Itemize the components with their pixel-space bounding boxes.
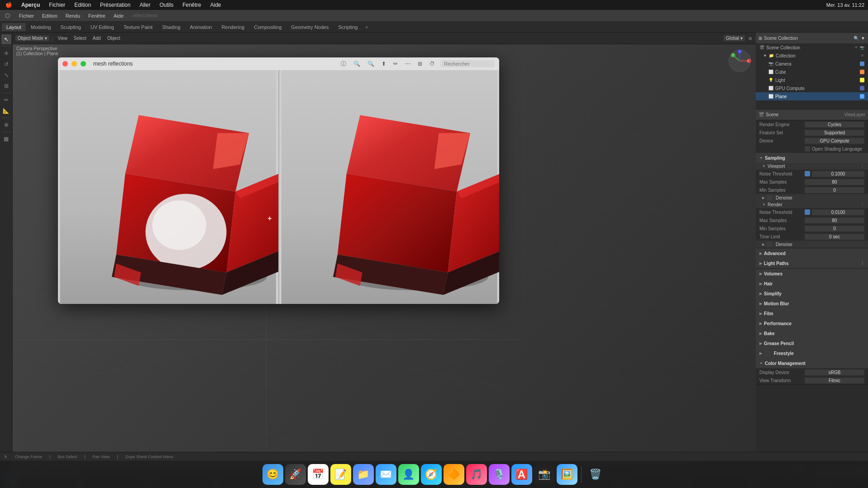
light-paths-header[interactable]: ▶ Light Paths ⋮ <box>756 258 868 268</box>
add-workspace-button[interactable]: + <box>362 24 371 31</box>
music-icon[interactable]: 🎵 <box>466 464 487 485</box>
notes-icon[interactable]: 📝 <box>330 464 351 485</box>
tab-compositing[interactable]: Compositing <box>249 23 286 31</box>
open-shading-checkbox[interactable] <box>805 146 810 152</box>
launchpad-icon[interactable]: 🚀 <box>285 464 306 485</box>
bake-section-header[interactable]: ▶ Bake <box>756 328 868 338</box>
tab-layout[interactable]: Layout <box>2 23 26 31</box>
podcasts-icon[interactable]: 🎙️ <box>489 464 510 485</box>
tool-measure[interactable]: 📐 <box>1 106 11 116</box>
noise-threshold2-value[interactable]: 0.0100 <box>812 209 864 215</box>
menu-outils[interactable]: Outils <box>157 2 175 8</box>
freestyle-section-header[interactable]: ▶ Freestyle <box>756 348 868 358</box>
denoise1-checkbox[interactable] <box>767 195 772 200</box>
tab-animation[interactable]: Animation <box>186 23 217 31</box>
render-engine-value[interactable]: Cycles <box>805 122 864 128</box>
menu-fichier-blender[interactable]: Fichier <box>15 12 38 19</box>
viewport-object-menu[interactable]: Object <box>105 35 122 41</box>
calendar-icon[interactable]: 📅 <box>308 464 329 485</box>
menu-aller[interactable]: Aller <box>138 2 152 8</box>
denoise2-subsection-header[interactable]: ▶ Denoise <box>756 241 868 248</box>
outliner-row-camera[interactable]: 📷 Camera <box>756 60 868 68</box>
denoise2-checkbox[interactable] <box>767 242 772 247</box>
maximize-button[interactable] <box>81 61 86 66</box>
menu-edition-blender[interactable]: Edition <box>38 12 61 19</box>
files-icon[interactable]: 📁 <box>353 464 374 485</box>
grease-pencil-section-header[interactable]: ▶ Grease Pencil <box>756 338 868 348</box>
viewport-view-menu[interactable]: View <box>56 35 70 41</box>
share-icon[interactable]: ⬆ <box>380 60 388 67</box>
noise-threshold2-checkbox[interactable] <box>805 209 810 215</box>
tab-rendering[interactable]: Rendering <box>217 23 249 31</box>
eye-icon[interactable]: 👁 <box>854 46 858 50</box>
sampling-section-header[interactable]: ▼ Sampling <box>756 153 868 163</box>
more-icon[interactable]: ⋯ <box>403 60 412 67</box>
motion-blur-section-header[interactable]: ▶ Motion Blur <box>756 298 868 308</box>
viewport-subsection-header[interactable]: ▼ Viewport ⋮ <box>756 163 868 170</box>
tool-select[interactable]: ↖ <box>1 34 11 44</box>
display-device-value[interactable]: sRGB <box>805 370 864 375</box>
advanced-section-header[interactable]: ▶ Advanced <box>756 248 868 258</box>
trash-icon[interactable]: 🗑️ <box>585 464 606 485</box>
viewer-search-input[interactable] <box>440 60 495 67</box>
safari-icon[interactable]: 🧭 <box>421 464 442 485</box>
tool-add[interactable]: ⊕ <box>1 120 11 130</box>
film-section-header[interactable]: ▶ Film <box>756 308 868 318</box>
tool-rotate[interactable]: ↺ <box>1 59 11 69</box>
outliner-search-icon[interactable]: 🔍 <box>854 36 859 41</box>
finder-icon[interactable]: 😊 <box>262 464 283 485</box>
noise-threshold1-value[interactable]: 0.1000 <box>812 171 864 177</box>
tab-sculpting[interactable]: Sculpting <box>56 23 86 31</box>
viewport-mode-dropdown[interactable]: Object Mode ▾ <box>15 35 49 41</box>
menu-aide-blender[interactable]: Aide <box>110 12 127 19</box>
outliner-row-cube[interactable]: ⬜ Cube <box>756 68 868 76</box>
time-limit-value[interactable]: 0 sec <box>805 234 864 240</box>
tab-texture-paint[interactable]: Texture Paint <box>119 23 157 31</box>
tool-move[interactable]: ✛ <box>1 48 11 58</box>
menu-aide[interactable]: Aide <box>209 2 223 8</box>
collection-eye-icon[interactable]: 👁 <box>861 54 864 58</box>
tool-scale[interactable]: ⤡ <box>1 70 11 80</box>
viewport-nav-gizmo[interactable]: X Y Z <box>726 47 753 74</box>
color-management-section-header[interactable]: ▼ Color Management <box>756 358 868 368</box>
menu-fichier[interactable]: Fichier <box>47 2 67 8</box>
view-transform-value[interactable]: Filmic <box>805 378 864 384</box>
zoom-out-icon[interactable]: 🔍 <box>352 60 362 67</box>
freestyle-checkbox[interactable] <box>765 351 770 356</box>
minimize-button[interactable] <box>72 61 77 66</box>
menu-edition[interactable]: Edition <box>72 2 93 8</box>
tool-transform[interactable]: ⊞ <box>1 81 11 91</box>
render-subsection-header[interactable]: ▼ Render ⋮ <box>756 201 868 208</box>
hair-section-header[interactable]: ▶ Hair <box>756 279 868 289</box>
outliner-filter-icon[interactable]: ▼ <box>861 36 865 41</box>
max-samples1-value[interactable]: 80 <box>805 179 864 185</box>
viewport-add-menu[interactable]: Add <box>91 35 103 41</box>
menu-rendu-blender[interactable]: Rendu <box>62 12 84 19</box>
viewport-area[interactable]: Object Mode ▾ | View Select Add Object G… <box>13 33 756 466</box>
markup-icon[interactable]: ✏ <box>391 60 400 67</box>
performance-section-header[interactable]: ▶ Performance <box>756 318 868 328</box>
tab-modeling[interactable]: Modeling <box>26 23 56 31</box>
outliner-row-light[interactable]: 💡 Light <box>756 76 868 84</box>
close-button[interactable] <box>62 61 68 66</box>
tab-scripting[interactable]: Scripting <box>334 23 362 31</box>
menu-fenetre[interactable]: Fenêtre <box>181 2 203 8</box>
contacts-icon[interactable]: 👤 <box>398 464 419 485</box>
global-orientation-dropdown[interactable]: Global ▾ <box>724 35 745 41</box>
tab-geometry-nodes[interactable]: Geometry Nodes <box>286 23 333 31</box>
simplify-section-header[interactable]: ▶ Simplify <box>756 289 868 298</box>
screenshot-icon[interactable]: 📸 <box>534 464 555 485</box>
outliner-row-collection[interactable]: ▼ 📁 Collection 👁 <box>756 52 868 60</box>
outliner-row-scene-collection[interactable]: 🎬 Scene Collection 👁 📷 <box>756 43 868 52</box>
min-samples1-value[interactable]: 0 <box>805 187 864 193</box>
noise-threshold1-checkbox[interactable] <box>805 171 810 176</box>
max-samples2-value[interactable]: 80 <box>805 218 864 223</box>
menu-presentation[interactable]: Présentation <box>98 2 132 8</box>
light-paths-options-icon[interactable]: ⋮ <box>860 261 864 265</box>
app-name[interactable]: Aperçu <box>19 2 42 8</box>
feature-set-value[interactable]: Supported <box>805 130 864 136</box>
device-value[interactable]: GPU Compute <box>805 138 864 144</box>
camera-icon-out[interactable]: 📷 <box>860 46 864 50</box>
render-options-icon[interactable]: ⋮ <box>860 203 864 207</box>
appstore-icon[interactable]: 🅰️ <box>511 464 532 485</box>
